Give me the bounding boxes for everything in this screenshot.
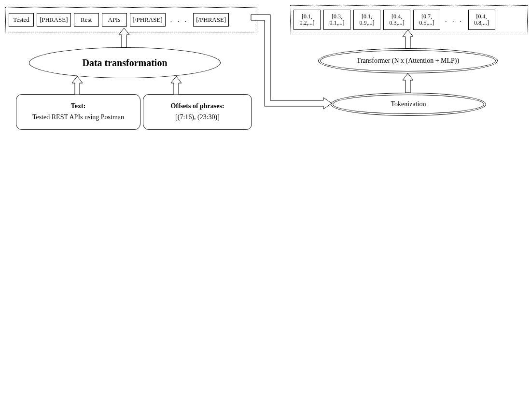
arrow-up-icon (401, 73, 415, 93)
arrow-up-icon (169, 76, 183, 95)
transformer-label: Transformer (N x (Attention + MLP)) (344, 57, 472, 65)
svg-marker-4 (403, 73, 413, 93)
offsets-input-title: Offsets of phrases: (170, 102, 224, 111)
vector-0: [0.1, 0.2,...] (293, 10, 321, 30)
token-phrase-close: [/PHRASE] (130, 13, 166, 27)
diagram-stage: Tested [PHRASE] Rest APIs [/PHRASE] . . … (0, 0, 531, 420)
text-input-box: Text: Tested REST APIs using Postman (16, 94, 140, 130)
tokenization-label: Tokenization (378, 100, 439, 108)
vector-4: [0.7, 0.5,...] (413, 10, 440, 30)
token-phrase-open: [PHRASE] (37, 13, 71, 27)
text-input-title: Text: (71, 102, 86, 111)
tokenization-node: Tokenization (331, 93, 486, 116)
right-vector-sequence: [0.1, 0.2,...] [0.3, 0.1,...] [0.1, 0.9,… (290, 5, 528, 34)
offsets-input-box: Offsets of phrases: [(7:16), (23:30)] (143, 94, 252, 130)
token-apis: APIs (102, 13, 127, 27)
ellipsis-icon: . . . (443, 12, 465, 28)
text-input-value: Tested REST APIs using Postman (32, 113, 124, 122)
data-transformation-node: Data transformation (29, 47, 221, 78)
vector-2: [0.1, 0.9,...] (353, 10, 380, 30)
offsets-input-value: [(7:16), (23:30)] (175, 113, 220, 122)
transformer-node: Transformer (N x (Attention + MLP)) (318, 48, 498, 73)
vector-3: [0.4, 0.3,...] (383, 10, 410, 30)
token-tested: Tested (9, 13, 34, 27)
token-rest: Rest (74, 13, 99, 27)
vector-1: [0.3, 0.1,...] (323, 10, 350, 30)
data-transformation-label: Data transformation (70, 57, 180, 69)
left-token-sequence: Tested [PHRASE] Rest APIs [/PHRASE] . . … (5, 7, 257, 32)
vector-tail: [0.4, 0.8,...] (468, 10, 495, 30)
token-phrase-close-tail: [/PHRASE] (193, 13, 229, 27)
svg-marker-2 (171, 76, 182, 95)
arrow-up-icon (70, 76, 84, 95)
svg-marker-1 (72, 76, 83, 95)
ellipsis-icon: . . . (168, 12, 191, 28)
